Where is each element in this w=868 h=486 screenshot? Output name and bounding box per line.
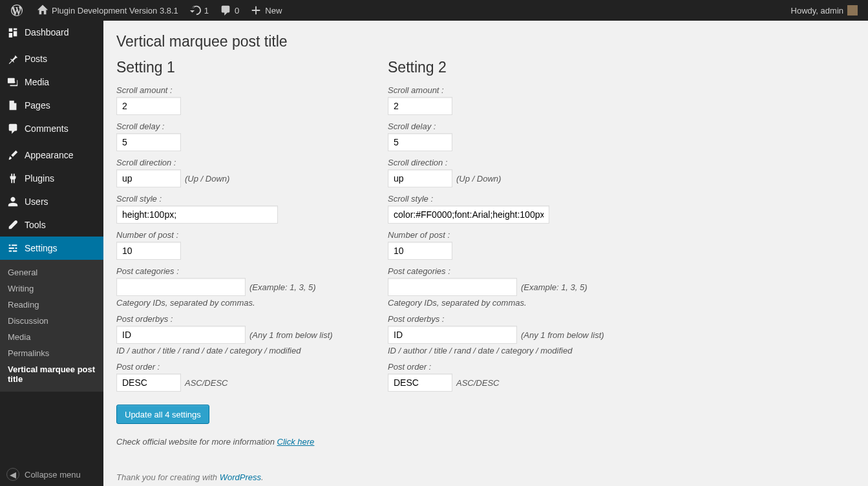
input-post-categories[interactable]: [388, 278, 517, 296]
input-scroll-direction[interactable]: [388, 169, 452, 187]
label-post-order: Post order :: [388, 362, 646, 372]
settings-submenu: General Writing Reading Discussion Media…: [0, 260, 103, 392]
hint-orderbys: (Any 1 from below list): [249, 330, 333, 340]
home-icon: [36, 4, 49, 17]
update-icon: [189, 4, 202, 17]
label-scroll-style: Scroll style :: [388, 194, 646, 204]
submenu-reading[interactable]: Reading: [0, 297, 103, 313]
submit-button[interactable]: Update all 4 settings: [116, 405, 209, 424]
label-scroll-amount: Scroll amount :: [116, 85, 375, 95]
submenu-writing[interactable]: Writing: [0, 280, 103, 297]
input-post-orderbys[interactable]: [388, 326, 517, 344]
submenu-general[interactable]: General: [0, 264, 103, 280]
menu-users[interactable]: Users: [0, 190, 103, 213]
footer-link[interactable]: Click here: [277, 437, 315, 447]
hint-order: ASC/DESC: [185, 378, 228, 388]
input-scroll-style[interactable]: [388, 206, 549, 224]
menu-tools[interactable]: Tools: [0, 213, 103, 237]
comment-icon: [219, 4, 232, 17]
thank-you: Thank you for creating with WordPress.: [116, 472, 855, 482]
input-num-post[interactable]: [388, 242, 452, 260]
submenu-media[interactable]: Media: [0, 329, 103, 345]
wrench-icon: [6, 218, 19, 231]
admin-toolbar: Plugin Development Version 3.8.1 1 0 New…: [0, 0, 868, 21]
comments-count: 0: [235, 6, 239, 16]
menu-posts[interactable]: Posts: [0, 47, 103, 70]
help-categories: Category IDs, separated by commas.: [388, 298, 646, 308]
input-post-order[interactable]: [388, 374, 452, 392]
comments-icon: [6, 122, 19, 135]
help-orderbys: ID / author / title / rand / date / cate…: [388, 346, 646, 355]
plus-icon: [249, 4, 262, 17]
collapse-menu[interactable]: ◀Collapse menu: [0, 463, 103, 486]
submenu-discussion[interactable]: Discussion: [0, 313, 103, 329]
hint-orderbys: (Any 1 from below list): [521, 330, 604, 340]
input-scroll-amount[interactable]: [116, 97, 181, 115]
comments-link[interactable]: 0: [214, 0, 244, 21]
hint-categories: (Example: 1, 3, 5): [249, 282, 316, 292]
hint-categories: (Example: 1, 3, 5): [521, 282, 587, 292]
input-scroll-style[interactable]: [116, 206, 278, 224]
label-post-order: Post order :: [116, 362, 375, 372]
wp-logo[interactable]: [5, 0, 31, 21]
label-num-post: Number of post :: [388, 230, 646, 240]
label-post-categories: Post categories :: [116, 266, 375, 276]
main-content: Vertical marquee post title Setting 1 Sc…: [103, 21, 868, 486]
account-link[interactable]: Howdy, admin: [786, 0, 863, 21]
label-scroll-style: Scroll style :: [116, 194, 375, 204]
page-icon: [6, 99, 19, 112]
hint-order: ASC/DESC: [456, 378, 499, 388]
input-post-categories[interactable]: [116, 278, 246, 296]
pin-icon: [6, 52, 19, 65]
setting-heading: Setting 1: [116, 53, 375, 79]
input-scroll-direction[interactable]: [116, 169, 181, 187]
input-scroll-amount[interactable]: [388, 97, 452, 115]
plug-icon: [6, 172, 19, 185]
collapse-icon: ◀: [6, 468, 19, 481]
greeting: Howdy, admin: [791, 6, 843, 16]
input-scroll-delay[interactable]: [388, 133, 452, 151]
dashboard-icon: [6, 26, 19, 39]
hint-direction: (Up / Down): [185, 174, 229, 184]
new-link[interactable]: New: [244, 0, 287, 21]
wordpress-icon: [10, 4, 23, 17]
wordpress-link[interactable]: WordPress: [220, 472, 261, 482]
site-name: Plugin Development Version 3.8.1: [52, 6, 178, 16]
input-post-order[interactable]: [116, 374, 181, 392]
sliders-icon: [6, 242, 19, 255]
brush-icon: [6, 149, 19, 162]
setting-heading: Setting 2: [388, 53, 646, 79]
site-link[interactable]: Plugin Development Version 3.8.1: [31, 0, 184, 21]
menu-settings[interactable]: Settings: [0, 237, 103, 260]
media-icon: [6, 76, 19, 89]
label-scroll-direction: Scroll direction :: [116, 158, 375, 167]
menu-appearance[interactable]: Appearance: [0, 143, 103, 167]
updates-link[interactable]: 1: [184, 0, 214, 21]
help-orderbys: ID / author / title / rand / date / cate…: [116, 346, 375, 355]
input-num-post[interactable]: [116, 242, 181, 260]
admin-sidebar: Dashboard Posts Media Pages Comments App…: [0, 21, 103, 486]
user-icon: [6, 195, 19, 208]
hint-direction: (Up / Down): [456, 174, 501, 184]
setting-column-2: Setting 2 Scroll amount : Scroll delay :…: [388, 53, 646, 392]
label-scroll-amount: Scroll amount :: [388, 85, 646, 95]
footer-note: Check official website for more informat…: [116, 437, 855, 447]
input-scroll-delay[interactable]: [116, 133, 181, 151]
menu-comments[interactable]: Comments: [0, 117, 103, 140]
label-scroll-delay: Scroll delay :: [388, 122, 646, 131]
label-post-orderbys: Post orderbys :: [388, 314, 646, 324]
menu-plugins[interactable]: Plugins: [0, 167, 103, 190]
new-label: New: [265, 6, 282, 16]
menu-dashboard[interactable]: Dashboard: [0, 21, 103, 44]
page-title: Vertical marquee post title: [116, 27, 855, 53]
submenu-vertical-marquee[interactable]: Vertical marquee post title: [0, 361, 103, 387]
label-scroll-direction: Scroll direction :: [388, 158, 646, 167]
submenu-permalinks[interactable]: Permalinks: [0, 345, 103, 361]
label-post-orderbys: Post orderbys :: [116, 314, 375, 324]
label-scroll-delay: Scroll delay :: [116, 122, 375, 131]
input-post-orderbys[interactable]: [116, 326, 246, 344]
menu-pages[interactable]: Pages: [0, 94, 103, 117]
label-post-categories: Post categories :: [388, 266, 646, 276]
menu-media[interactable]: Media: [0, 70, 103, 94]
updates-count: 1: [204, 6, 209, 16]
